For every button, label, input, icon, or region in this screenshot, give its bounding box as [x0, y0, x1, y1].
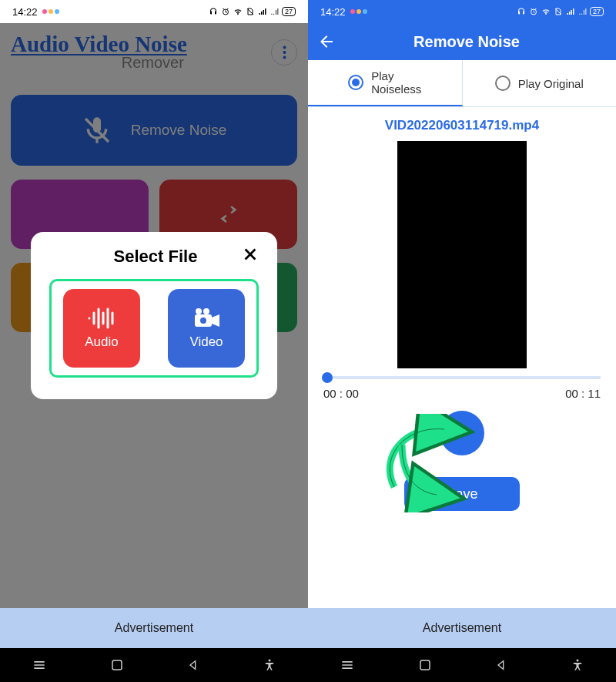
status-icons: ..ıl 27: [209, 7, 296, 16]
seek-bar[interactable]: [323, 376, 601, 379]
battery-icon: 27: [590, 7, 604, 16]
radio-unselected-icon: [495, 76, 511, 91]
video-preview[interactable]: [397, 141, 527, 368]
status-dots-icon: [42, 9, 59, 14]
app-bar: Remove Noise: [308, 23, 616, 60]
status-dots-icon: [350, 9, 367, 14]
no-sim-icon: [554, 7, 563, 16]
nav-home-icon[interactable]: [110, 658, 124, 672]
radio-selected-icon: [348, 75, 363, 90]
select-audio-button[interactable]: Audio: [63, 289, 140, 368]
alarm-icon: [221, 7, 230, 16]
status-icons: ..ıl 27: [517, 7, 604, 16]
audio-wave-icon: [86, 307, 117, 330]
audio-label: Audio: [85, 334, 118, 350]
nav-back-icon[interactable]: [187, 659, 199, 671]
nav-home-icon[interactable]: [418, 658, 432, 672]
file-type-highlight: Audio Video: [49, 279, 259, 378]
time-end: 00 : 11: [565, 387, 601, 400]
no-sim-icon: [246, 7, 255, 16]
status-time: 14:22: [12, 6, 38, 18]
seek-handle[interactable]: [322, 372, 333, 383]
status-dots-text: ..ıl: [578, 8, 587, 16]
status-bar: 14:22 ..ıl 27: [308, 0, 616, 23]
alarm-icon: [529, 7, 538, 16]
nav-accessibility-icon[interactable]: [263, 658, 276, 672]
close-icon: [242, 246, 259, 263]
svg-point-8: [200, 317, 206, 324]
signal-icon: [258, 7, 267, 16]
close-button[interactable]: [242, 244, 259, 268]
svg-point-10: [269, 660, 271, 662]
headphones-icon: [209, 7, 218, 16]
system-nav-bar: [0, 648, 308, 682]
save-button[interactable]: Save: [404, 477, 520, 511]
play-icon: [453, 424, 471, 442]
nav-recent-icon[interactable]: [340, 657, 355, 673]
app-bar-title: Remove Noise: [345, 33, 588, 51]
nav-back-icon[interactable]: [495, 659, 507, 671]
modal-title: Select File: [114, 247, 198, 267]
svg-point-13: [577, 660, 579, 662]
nav-recent-icon[interactable]: [32, 657, 47, 673]
tab-play-original[interactable]: Play Original: [463, 60, 617, 106]
video-label: Video: [189, 334, 223, 350]
tab-play-noiseless[interactable]: PlayNoiseless: [308, 60, 463, 106]
select-video-button[interactable]: Video: [168, 289, 245, 368]
battery-icon: 27: [282, 7, 296, 16]
svg-rect-12: [420, 660, 430, 670]
nav-accessibility-icon[interactable]: [571, 658, 584, 672]
advertisement-bar[interactable]: Advertisement: [308, 608, 616, 648]
signal-icon: [566, 7, 575, 16]
status-dots-text: ..ıl: [270, 8, 279, 16]
svg-point-6: [203, 308, 209, 314]
tab-original-label: Play Original: [518, 77, 584, 90]
status-bar: 14:22 ..ıl 27: [0, 0, 308, 23]
save-label: Save: [446, 486, 477, 502]
advertisement-bar[interactable]: Advertisement: [0, 608, 308, 648]
wifi-icon: [233, 7, 243, 16]
status-time: 14:22: [320, 6, 346, 18]
system-nav-bar: [308, 648, 616, 682]
headphones-icon: [517, 7, 526, 16]
filename-label: VID20220603114719.mp4: [308, 107, 616, 141]
modal-overlay[interactable]: Select File Audio: [0, 23, 308, 608]
ad-label: Advertisement: [423, 621, 501, 635]
ad-label: Advertisement: [115, 621, 193, 635]
video-camera-icon: [192, 307, 221, 330]
svg-point-5: [196, 308, 202, 314]
tab-noiseless-label: PlayNoiseless: [371, 69, 421, 96]
back-button[interactable]: [317, 32, 336, 51]
play-button[interactable]: [440, 411, 484, 455]
select-file-modal: Select File Audio: [31, 232, 277, 399]
svg-rect-9: [112, 660, 122, 670]
time-start: 00 : 00: [323, 387, 359, 400]
wifi-icon: [541, 7, 551, 16]
